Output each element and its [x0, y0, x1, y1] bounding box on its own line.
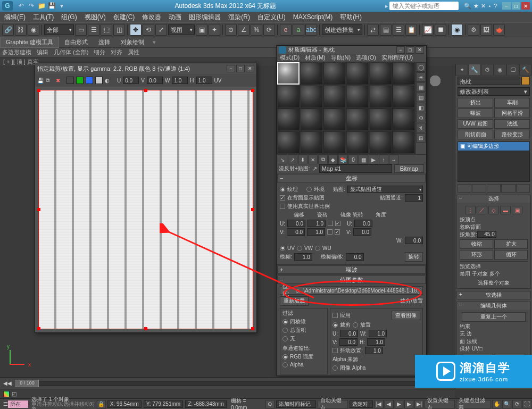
next-frame-icon[interactable]: ▶	[404, 400, 413, 408]
radio-none[interactable]	[282, 336, 288, 341]
radio-image-alpha[interactable]	[332, 365, 338, 371]
btn-ring[interactable]: 环形	[460, 250, 493, 260]
menu-view[interactable]: 视图(V)	[85, 13, 106, 22]
material-name-input[interactable]: Map #1	[319, 164, 392, 173]
radio-rgb-int[interactable]	[282, 354, 288, 360]
autokey-toggle[interactable]: 自动关键点	[318, 400, 348, 408]
select-by-mat-icon[interactable]: ↯	[416, 123, 426, 132]
radio-alpha[interactable]	[282, 362, 288, 368]
menu-customize[interactable]: 自定义(U)	[257, 13, 286, 22]
stack-item-editpoly[interactable]: ▣可编辑多边形	[458, 142, 529, 151]
matmenu-material[interactable]: 材质(M)	[305, 54, 326, 62]
crop-h-spinner[interactable]: 1.0	[367, 338, 385, 346]
radio-place[interactable]	[353, 322, 358, 328]
search-icon[interactable]: 🔍	[464, 3, 471, 10]
tool-scale-icon[interactable]: ⤢	[155, 24, 167, 36]
make-unique-icon[interactable]: ◆	[328, 155, 338, 164]
help-icon[interactable]: ?	[494, 3, 497, 10]
material-slot[interactable]	[300, 131, 322, 154]
matmenu-utilities[interactable]: 实用程序(U)	[381, 54, 413, 62]
tab-display-icon[interactable]: 🖵	[506, 64, 519, 76]
matmenu-navigation[interactable]: 导航(N)	[331, 54, 351, 62]
qat-more-icon[interactable]: ▾	[57, 2, 66, 10]
menu-group[interactable]: 组(G)	[61, 13, 77, 22]
tool-schematic-icon[interactable]: 🔲	[435, 24, 446, 36]
signin-icon[interactable]: ★	[473, 3, 479, 10]
background-icon[interactable]: ▦	[416, 82, 426, 92]
texture-preview[interactable]	[38, 90, 253, 329]
crop-window-titlebar[interactable]: 指定裁剪/放置, 显示 gamma: 2.2, RGB 颜色 8 位/通道 (1…	[35, 63, 256, 74]
subobj-polygon-icon[interactable]: ▬	[500, 206, 511, 214]
crop-u-spinner[interactable]: 0.0	[340, 330, 358, 337]
tool-manip-icon[interactable]: ✦	[209, 24, 220, 36]
w-spinner[interactable]: 1.0	[172, 77, 188, 84]
tab-utilities-icon[interactable]: 🔨	[519, 64, 532, 76]
show-end-icon[interactable]: ▶	[369, 155, 378, 164]
w-angle-spinner[interactable]: 0.0	[405, 237, 423, 244]
go-parent-icon[interactable]: ↑	[379, 155, 388, 164]
stack-remove-icon[interactable]	[501, 184, 515, 193]
qat-redo-icon[interactable]: ↷	[27, 2, 36, 10]
radio-uv[interactable]	[280, 246, 285, 251]
minimize-button[interactable]: −	[502, 2, 511, 10]
viewport-pan-icon[interactable]: ✋	[492, 400, 501, 408]
mat-slot-icon[interactable]: ⊞	[416, 133, 426, 143]
matmenu-modes[interactable]: 模式(D)	[280, 54, 300, 62]
material-slot[interactable]	[346, 108, 369, 131]
subobj-edge-icon[interactable]: ／	[477, 206, 487, 214]
close-x-icon[interactable]: ✖	[56, 78, 60, 84]
ribbon-tab-objectpaint[interactable]: 对象绘制	[115, 37, 149, 47]
tool-curveeditor-icon[interactable]: 📈	[422, 24, 434, 36]
tool-anglesnap-icon[interactable]: ∠	[238, 24, 250, 36]
tool-renderframe-icon[interactable]: 🖼	[480, 24, 492, 36]
stack-config-icon[interactable]	[516, 184, 530, 193]
play-icon[interactable]: ▶	[395, 400, 404, 408]
btn-repeat[interactable]: 重复上一个	[462, 312, 526, 322]
blur-spinner[interactable]: 1.0	[294, 253, 312, 261]
tool-window-icon[interactable]: ◫	[113, 24, 125, 36]
material-slot[interactable]	[346, 85, 369, 107]
save-icon[interactable]: 💾	[37, 78, 44, 84]
crop-close-button[interactable]: ✕	[246, 65, 254, 72]
radio-vw[interactable]	[297, 246, 302, 251]
keyfilter-button[interactable]: 关键点过滤器	[456, 400, 491, 408]
clone-icon[interactable]: ⧉	[46, 77, 49, 84]
favorite-icon[interactable]: ⋆	[488, 3, 492, 10]
panel-align[interactable]: 对齐	[111, 48, 122, 56]
material-slot[interactable]	[323, 131, 346, 154]
modifier-list-dropdown[interactable]: 修改器列表	[458, 87, 530, 96]
modifier-stack[interactable]: ▣可编辑多边形	[458, 141, 530, 182]
get-mat-icon[interactable]: ↘	[278, 155, 287, 164]
sample-uv-icon[interactable]: ▨	[416, 93, 426, 102]
put-mat-icon[interactable]: ↗	[288, 155, 297, 164]
material-type-button[interactable]: Bitmap	[394, 164, 424, 173]
view-image-button[interactable]: 查看图像	[392, 311, 420, 320]
show-map-icon[interactable]: ▦	[359, 155, 368, 164]
channel-alpha[interactable]	[95, 77, 103, 84]
panel-polymodel[interactable]: 多边形建模	[2, 48, 31, 56]
tool-mirror-icon[interactable]: ⇄	[367, 24, 379, 36]
radio-texture[interactable]	[280, 187, 285, 192]
menu-grapheditors[interactable]: 图形编辑器	[189, 13, 221, 22]
reload-button[interactable]: 重新加载	[280, 296, 309, 306]
u-tile-check[interactable]	[335, 221, 340, 226]
crop-v-spinner[interactable]: 0.0	[339, 338, 358, 346]
close-button[interactable]: ✕	[521, 2, 530, 10]
material-slot[interactable]	[300, 85, 322, 107]
check-jitter[interactable]	[332, 348, 338, 353]
material-slot[interactable]	[277, 62, 300, 85]
menu-tools[interactable]: 工具(T)	[33, 13, 54, 22]
map-channel-spinner[interactable]: 1	[405, 194, 423, 202]
tool-layermgr-icon[interactable]: 📋	[405, 24, 417, 36]
btn-loop[interactable]: 循环	[494, 250, 528, 260]
viewport-zoom-icon[interactable]: 🔍	[502, 400, 511, 408]
rollup-softselection-header[interactable]: +软选择	[457, 291, 530, 299]
mapping-dropdown[interactable]: 显式贴图通道	[347, 186, 423, 193]
mat-maximize-button[interactable]: □	[406, 46, 414, 54]
ribbon-expand-icon[interactable]: ▾	[153, 39, 156, 46]
tool-align-icon[interactable]: ▤	[380, 24, 392, 36]
mat-close-button[interactable]: ✕	[415, 46, 424, 54]
isolate-icon[interactable]: ⊙	[265, 400, 275, 408]
tool-renderprod-icon[interactable]: 🫖	[493, 24, 505, 36]
video-color-icon[interactable]: ◧	[416, 103, 426, 112]
